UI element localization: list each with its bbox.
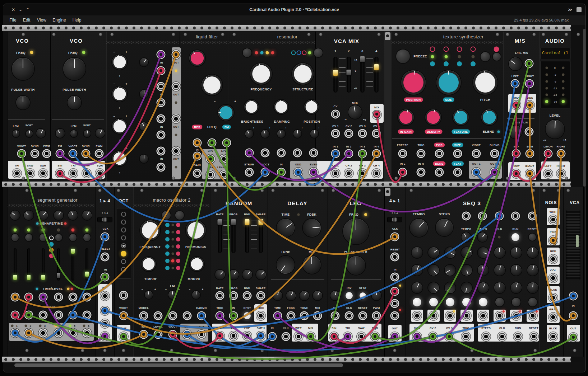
texture-voct-port[interactable] [472, 149, 481, 158]
vco2-pwm-port[interactable] [95, 149, 104, 158]
quad-out1-port[interactable] [172, 50, 181, 59]
segment-gate-port-1[interactable] [11, 311, 20, 320]
collapse-icon[interactable]: ≫ [568, 7, 573, 12]
segment-mode-icon-white[interactable] [49, 236, 54, 240]
delay-mix-port[interactable] [313, 311, 322, 320]
segment-mode-icon-pink[interactable] [49, 254, 54, 258]
segment-slider-handle-4[interactable] [57, 273, 60, 278]
1to4-clk-port[interactable] [101, 232, 110, 241]
texture-mode-icon-3[interactable] [457, 47, 462, 52]
lfo-fm-port[interactable] [331, 311, 340, 320]
segment-button-2[interactable] [25, 234, 32, 241]
oct-step-4[interactable] [121, 235, 126, 240]
resonator-mode-button[interactable] [243, 48, 251, 57]
segment-mode-icon-teal[interactable] [49, 242, 54, 247]
delay-clk-port[interactable] [282, 332, 291, 341]
quad-in4b-port[interactable] [157, 163, 166, 172]
vco1-soft-knob[interactable] [26, 130, 33, 137]
quad-in1b-port[interactable] [157, 66, 166, 75]
random-lin-port[interactable] [229, 332, 238, 340]
segment-button-3[interactable] [40, 234, 47, 241]
texture-pos-port[interactable] [435, 149, 444, 158]
texture-mode-icon-2[interactable] [444, 47, 449, 52]
resonator-even-port[interactable] [309, 168, 318, 177]
random-rnd-port[interactable] [243, 291, 252, 300]
seq3-step-6[interactable] [495, 298, 504, 306]
texture-blend-port[interactable] [490, 149, 499, 158]
vco2-freq-knob[interactable] [63, 58, 85, 80]
vco2-lfm-knob[interactable] [70, 130, 77, 137]
nois-viol-port[interactable] [549, 274, 558, 283]
random-trig-out-port[interactable] [256, 311, 265, 320]
random-step-port[interactable] [216, 332, 224, 340]
menu-view[interactable]: View [37, 18, 46, 23]
1to4-channel-switch[interactable] [98, 217, 112, 222]
segment-timelevel-port-3[interactable] [39, 293, 48, 302]
segment-out-port-2[interactable] [24, 329, 33, 338]
delay-mix-out-port[interactable] [306, 332, 315, 341]
vcamix-fader-4[interactable] [375, 57, 379, 93]
segment-gate-port-2[interactable] [24, 311, 33, 320]
random-smth-port[interactable] [256, 332, 265, 340]
vcamix-ch1-port[interactable] [331, 169, 340, 178]
oct-out-port[interactable] [119, 332, 128, 341]
seq3-run-button[interactable] [511, 233, 519, 241]
vertical-scrollbar[interactable] [583, 29, 585, 187]
oct-cv-port[interactable] [119, 291, 128, 300]
segment-gate-port-5[interactable] [69, 311, 78, 320]
texture-mode-button[interactable] [481, 52, 490, 61]
oct-step-2[interactable] [121, 220, 126, 225]
segment-slider-handle-3[interactable] [41, 275, 45, 280]
seq3-step-4[interactable] [462, 298, 471, 306]
texture-quality-button[interactable] [493, 53, 501, 61]
maximize-icon[interactable]: ⌃ [26, 7, 29, 12]
segment-out-port-5[interactable] [69, 329, 78, 338]
segment-gate-port-3[interactable] [39, 311, 48, 320]
vco2-voct-port[interactable] [69, 149, 78, 158]
vco2-tri-port[interactable] [69, 169, 78, 178]
resonator-cv2-port[interactable] [261, 149, 270, 158]
4to1-reset-port[interactable] [390, 253, 399, 262]
vcamix-cv-port[interactable] [331, 110, 340, 119]
1to4-out2-port[interactable] [101, 306, 110, 315]
ms-mslr-in-port[interactable] [525, 127, 534, 136]
lfo-pwm-port[interactable] [372, 311, 381, 320]
ms-mid2-port[interactable] [512, 149, 521, 158]
seq3-run-port[interactable] [511, 212, 520, 221]
texture-freeze-port[interactable] [398, 149, 407, 158]
menu-edit[interactable]: Edit [23, 18, 31, 23]
vco1-pwm-port[interactable] [42, 149, 51, 158]
segment-button-5[interactable] [69, 234, 77, 241]
seq3-knob-r1c6[interactable] [494, 247, 505, 258]
segment-out-port-6[interactable] [83, 329, 92, 338]
ms-right-out-port[interactable] [526, 169, 534, 178]
quad-in3a-port[interactable] [157, 114, 166, 123]
quad-in1a-port[interactable] [157, 50, 166, 59]
macro-timbre-att[interactable] [145, 291, 153, 299]
texture-text-port[interactable] [453, 168, 462, 177]
vcamix-in2-port[interactable] [344, 149, 353, 158]
texture-size-knob[interactable] [436, 70, 461, 95]
delay-mix-knob[interactable] [303, 256, 321, 274]
seq3-step-8[interactable] [528, 298, 537, 306]
vcamix-ch4-port[interactable] [372, 169, 381, 178]
quad-out2-port[interactable] [172, 82, 181, 91]
seq3-gate-port-7[interactable] [512, 311, 521, 320]
segment-timelevel-port-5[interactable] [69, 293, 78, 302]
lfo-freq-knob[interactable] [343, 218, 369, 244]
liquid-lp4-port[interactable] [206, 170, 215, 179]
segment-gate-port-4[interactable] [54, 311, 63, 320]
resonator-position-knob[interactable] [304, 100, 319, 114]
vcar-cv-port[interactable] [569, 292, 578, 301]
vcamix-in3-port[interactable] [358, 149, 367, 158]
close-icon[interactable]: ✕ [11, 7, 15, 12]
nois-red-port[interactable] [549, 255, 558, 264]
vcamix-cv1-port[interactable] [331, 129, 340, 138]
liquid-fm-port[interactable] [222, 138, 231, 147]
texture-size-port[interactable] [453, 149, 462, 158]
lfo-sqr-port[interactable] [371, 332, 380, 341]
seq3-cv2-port[interactable] [429, 332, 437, 341]
oct-step-3[interactable] [121, 227, 126, 232]
quad-att-knob-4[interactable] [140, 155, 148, 163]
seq3-cv1-port[interactable] [413, 332, 422, 341]
